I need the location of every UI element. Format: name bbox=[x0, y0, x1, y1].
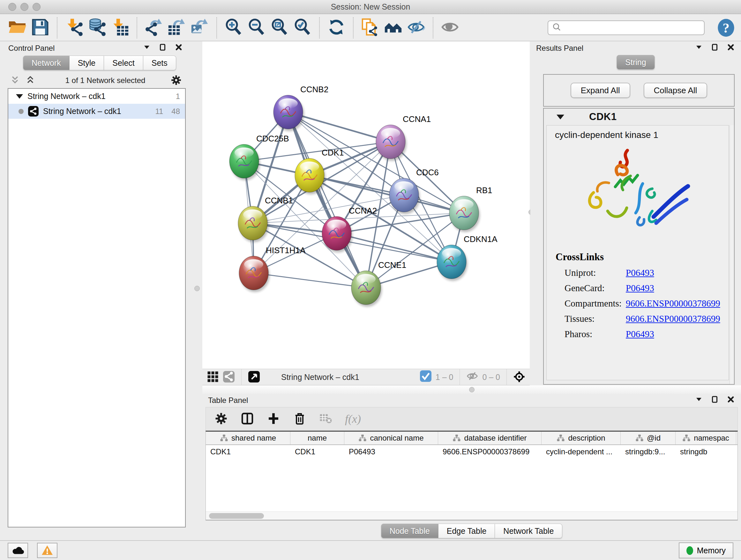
delete-column-button[interactable] bbox=[293, 412, 307, 426]
network-row-selected[interactable]: String Network – cdk1 11 48 bbox=[8, 104, 185, 119]
tab-select[interactable]: Select bbox=[104, 56, 143, 70]
column-header-namespac[interactable]: namespac bbox=[676, 432, 736, 444]
column-header--id[interactable]: @id bbox=[621, 432, 676, 444]
tab-string[interactable]: String bbox=[616, 55, 655, 70]
collapse-arrow-icon[interactable] bbox=[16, 94, 23, 99]
protein-section-header[interactable]: CDK1 bbox=[544, 109, 734, 125]
column-header-name[interactable]: name bbox=[290, 432, 344, 444]
panel-close-button[interactable] bbox=[174, 44, 183, 53]
network-options-button[interactable] bbox=[171, 75, 182, 86]
protein-details: cyclin-dependent kinase 1 bbox=[546, 125, 729, 380]
show-columns-button[interactable] bbox=[240, 412, 254, 426]
open-session-button[interactable] bbox=[7, 17, 27, 38]
tab-network-table[interactable]: Network Table bbox=[495, 523, 562, 538]
column-header-description[interactable]: description bbox=[542, 432, 621, 444]
table-cell[interactable]: stringdb bbox=[676, 447, 736, 456]
zoom-fit-button[interactable] bbox=[269, 17, 290, 38]
expand-all-button[interactable]: Expand All bbox=[570, 83, 630, 98]
panel-close-button[interactable] bbox=[726, 396, 735, 405]
crosslink-link[interactable]: P06493 bbox=[626, 329, 654, 339]
table-cell[interactable]: P06493 bbox=[344, 447, 438, 456]
table-cell[interactable]: 9606.ENSP00000378699 bbox=[438, 447, 542, 456]
search-input[interactable] bbox=[564, 23, 700, 32]
panel-menu-button[interactable] bbox=[694, 44, 703, 53]
panel-menu-button[interactable] bbox=[694, 396, 703, 405]
create-column-button[interactable] bbox=[266, 412, 280, 426]
show-hidden-button[interactable] bbox=[440, 17, 460, 38]
collapse-all-networks-button[interactable] bbox=[10, 75, 20, 86]
save-session-button[interactable] bbox=[30, 17, 51, 38]
left-splitter-handle[interactable] bbox=[194, 286, 200, 291]
network-node-CCNE1[interactable]: CCNE1 bbox=[351, 260, 406, 307]
refresh-layout-button[interactable] bbox=[326, 17, 347, 38]
network-node-CCNB2[interactable]: CCNB2 bbox=[273, 84, 328, 131]
panel-close-button[interactable] bbox=[726, 44, 735, 53]
table-row[interactable]: CDK1CDK1P064939606.ENSP00000378699cyclin… bbox=[206, 445, 738, 458]
expand-all-networks-button[interactable] bbox=[25, 75, 36, 86]
node-label-CCNA1: CCNA1 bbox=[403, 114, 431, 124]
close-window-button[interactable] bbox=[8, 3, 16, 11]
export-table-button[interactable] bbox=[166, 17, 187, 38]
minimize-window-button[interactable] bbox=[20, 3, 28, 11]
crosslink-link[interactable]: 9606.ENSP00000378699 bbox=[626, 298, 720, 309]
panel-float-button[interactable] bbox=[711, 44, 719, 53]
tab-node-table[interactable]: Node Table bbox=[381, 523, 439, 538]
network-canvas[interactable]: CCNB2 CCNA1 CDC25B bbox=[202, 42, 530, 369]
column-header-shared-name[interactable]: shared name bbox=[206, 432, 290, 444]
table-horizontal-scrollbar[interactable] bbox=[206, 511, 738, 520]
table-cell[interactable]: cyclin-dependent ... bbox=[542, 447, 621, 456]
zoom-selected-button[interactable] bbox=[292, 17, 313, 38]
splitter-handle[interactable] bbox=[469, 387, 475, 392]
column-header-canonical-name[interactable]: canonical name bbox=[344, 432, 438, 444]
network-edge[interactable] bbox=[254, 273, 366, 288]
tab-edge-table[interactable]: Edge Table bbox=[439, 523, 495, 538]
table-cell[interactable]: CDK1 bbox=[290, 447, 344, 456]
network-share-view-button[interactable] bbox=[223, 371, 235, 383]
show-grid-button[interactable] bbox=[207, 371, 219, 383]
network-node-CCNA1[interactable]: CCNA1 bbox=[376, 114, 431, 161]
table-options-button[interactable] bbox=[214, 412, 228, 426]
tab-sets[interactable]: Sets bbox=[143, 56, 176, 70]
network-node-RB1[interactable]: RB1 bbox=[449, 186, 492, 232]
tab-network[interactable]: Network bbox=[23, 56, 70, 70]
network-edge[interactable] bbox=[288, 112, 366, 288]
panel-float-button[interactable] bbox=[711, 396, 719, 405]
duplicate-network-button[interactable] bbox=[360, 17, 381, 38]
panel-float-button[interactable] bbox=[158, 44, 167, 53]
cloud-status-button[interactable] bbox=[8, 543, 28, 558]
horizontal-splitter[interactable] bbox=[202, 385, 741, 394]
zoom-in-button[interactable] bbox=[223, 17, 244, 38]
collapse-arrow-icon[interactable] bbox=[556, 115, 564, 119]
export-image-button[interactable] bbox=[190, 17, 210, 38]
network-node-CDKN1A[interactable]: CDKN1A bbox=[437, 234, 497, 281]
results-scrollbar[interactable] bbox=[730, 125, 734, 384]
scrollbar-thumb[interactable] bbox=[209, 513, 264, 519]
collapse-all-button[interactable]: Collapse All bbox=[644, 83, 708, 98]
crosslink-link[interactable]: P06493 bbox=[626, 267, 654, 278]
crosslink-link[interactable]: P06493 bbox=[626, 283, 654, 294]
column-header-database-identifier[interactable]: database identifier bbox=[438, 432, 542, 444]
import-network-from-database-button[interactable] bbox=[87, 17, 107, 38]
network-edge[interactable] bbox=[310, 175, 464, 213]
first-neighbors-button[interactable] bbox=[383, 17, 403, 38]
help-button[interactable]: ? bbox=[717, 18, 735, 37]
selected-checkbox[interactable] bbox=[420, 371, 432, 383]
crosslink-link[interactable]: 9606.ENSP00000378699 bbox=[626, 314, 720, 324]
zoom-out-button[interactable] bbox=[246, 17, 267, 38]
panel-menu-button[interactable] bbox=[142, 44, 151, 53]
memory-button[interactable]: Memory bbox=[679, 543, 733, 558]
import-table-button[interactable] bbox=[110, 17, 130, 38]
export-network-button[interactable] bbox=[144, 17, 164, 38]
network-node-HIST1H1A[interactable]: HIST1H1A bbox=[239, 246, 306, 292]
network-collection-row[interactable]: String Network – cdk1 1 bbox=[8, 89, 185, 104]
table-cell[interactable]: CDK1 bbox=[206, 447, 290, 456]
tab-style[interactable]: Style bbox=[70, 56, 105, 70]
table-cell[interactable]: stringdb:9... bbox=[621, 447, 676, 456]
birds-eye-view-button[interactable] bbox=[248, 371, 260, 383]
import-network-button[interactable] bbox=[64, 17, 84, 38]
hide-selected-button[interactable] bbox=[406, 17, 426, 38]
warnings-button[interactable] bbox=[37, 543, 57, 558]
string-network-graph[interactable]: CCNB2 CCNA1 CDC25B bbox=[202, 42, 530, 369]
zoom-window-button[interactable] bbox=[32, 3, 41, 11]
center-view-button[interactable] bbox=[513, 371, 525, 383]
